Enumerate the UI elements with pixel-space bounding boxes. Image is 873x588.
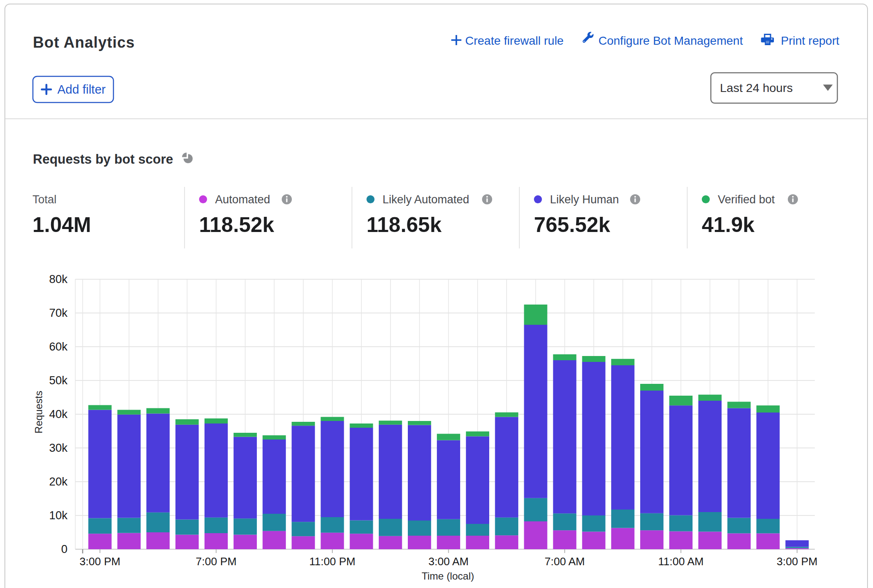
svg-text:118.52k: 118.52k — [199, 213, 274, 237]
svg-text:10k: 10k — [49, 509, 67, 522]
svg-text:Automated: Automated — [215, 193, 270, 206]
svg-text:3:00 PM: 3:00 PM — [777, 555, 818, 568]
svg-text:3:00 PM: 3:00 PM — [80, 555, 121, 568]
svg-text:7:00 AM: 7:00 AM — [544, 555, 585, 568]
svg-text:Requests by bot score: Requests by bot score — [33, 152, 173, 167]
svg-text:Time (local): Time (local) — [422, 570, 474, 582]
svg-text:30k: 30k — [49, 442, 67, 454]
svg-text:Add filter: Add filter — [57, 83, 106, 96]
svg-text:Print report: Print report — [781, 34, 840, 47]
svg-text:Create firewall rule: Create firewall rule — [465, 34, 563, 47]
svg-text:11:00 PM: 11:00 PM — [309, 555, 355, 568]
svg-text:118.65k: 118.65k — [366, 213, 442, 237]
svg-text:3:00 AM: 3:00 AM — [428, 555, 469, 568]
svg-text:7:00 PM: 7:00 PM — [196, 555, 237, 568]
svg-text:0: 0 — [61, 543, 67, 556]
svg-text:Bot Analytics: Bot Analytics — [33, 34, 135, 51]
svg-text:20k: 20k — [49, 475, 67, 488]
svg-text:Configure Bot Management: Configure Bot Management — [598, 34, 743, 47]
svg-text:Likely Automated: Likely Automated — [383, 193, 469, 206]
svg-text:Verified bot: Verified bot — [718, 193, 775, 206]
svg-text:765.52k: 765.52k — [534, 213, 610, 237]
svg-text:41.9k: 41.9k — [702, 213, 754, 237]
svg-text:60k: 60k — [49, 340, 67, 353]
svg-text:40k: 40k — [49, 408, 67, 421]
svg-text:50k: 50k — [49, 374, 67, 387]
svg-text:Requests: Requests — [33, 391, 44, 433]
svg-text:80k: 80k — [49, 273, 67, 286]
svg-text:11:00 AM: 11:00 AM — [658, 555, 704, 568]
svg-text:70k: 70k — [49, 307, 67, 319]
svg-text:Last 24 hours: Last 24 hours — [720, 81, 793, 94]
svg-text:Total: Total — [32, 193, 57, 206]
svg-text:1.04M: 1.04M — [32, 213, 91, 237]
svg-text:Likely Human: Likely Human — [550, 193, 619, 206]
